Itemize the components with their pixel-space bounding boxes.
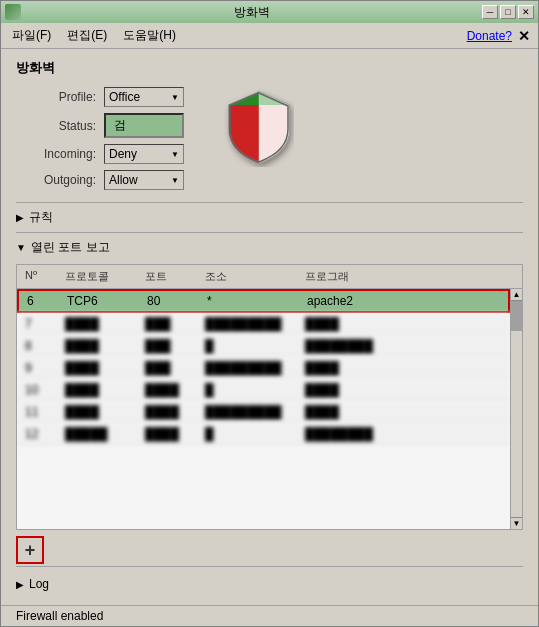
cell-protocol: ████ bbox=[61, 404, 141, 420]
cell-protocol: █████ bbox=[61, 426, 141, 442]
rules-collapse-icon: ▶ bbox=[16, 212, 24, 223]
table-row[interactable]: 12 █████ ████ █ ████████ bbox=[17, 423, 510, 445]
cell-no: 7 bbox=[21, 316, 61, 332]
scroll-track bbox=[511, 301, 522, 517]
add-rule-button[interactable]: + bbox=[16, 536, 44, 564]
outgoing-dropdown[interactable]: Allow ▼ bbox=[104, 170, 184, 190]
menu-items: 파일(F) 편집(E) 도움말(H) bbox=[9, 26, 179, 45]
table-header: Nº 프로토콜 포트 조소 프로그래 bbox=[17, 265, 522, 289]
cell-no: 6 bbox=[23, 293, 63, 309]
profile-value: Office bbox=[109, 90, 140, 104]
cell-port: ███ bbox=[141, 360, 201, 376]
status-toggle[interactable]: 검 bbox=[104, 113, 184, 138]
cell-program: ████ bbox=[301, 382, 506, 398]
outgoing-arrow-icon: ▼ bbox=[171, 176, 179, 185]
cell-no: 9 bbox=[21, 360, 61, 376]
cell-no: 11 bbox=[21, 404, 61, 420]
shield-icon bbox=[224, 87, 294, 167]
profile-dropdown[interactable]: Office ▼ bbox=[104, 87, 184, 107]
ports-table: Nº 프로토콜 포트 조소 프로그래 6 TCP6 80 * apache2 bbox=[16, 264, 523, 530]
menu-file[interactable]: 파일(F) bbox=[9, 26, 54, 45]
col-header-protocol: 프로토콜 bbox=[61, 267, 141, 286]
cell-program: ████ bbox=[301, 404, 506, 420]
rules-label: 규칙 bbox=[29, 209, 53, 226]
cell-protocol: ████ bbox=[61, 316, 141, 332]
divider-3 bbox=[16, 566, 523, 567]
log-section-header[interactable]: ▶ Log bbox=[16, 573, 523, 595]
cell-port: ████ bbox=[141, 382, 201, 398]
col-header-program: 프로그래 bbox=[301, 267, 518, 286]
status-bar: Firewall enabled bbox=[1, 605, 538, 626]
cell-no: 12 bbox=[21, 426, 61, 442]
menu-edit[interactable]: 편집(E) bbox=[64, 26, 110, 45]
table-scroll-area: 6 TCP6 80 * apache2 7 ████ ███ █████████… bbox=[17, 289, 522, 529]
incoming-arrow-icon: ▼ bbox=[171, 150, 179, 159]
cell-address: █████████ bbox=[201, 316, 301, 332]
shield-container bbox=[224, 87, 294, 167]
open-ports-section-header[interactable]: ▼ 열린 포트 보고 bbox=[16, 235, 523, 260]
cell-port: ████ bbox=[141, 426, 201, 442]
open-ports-label: 열린 포트 보고 bbox=[31, 239, 110, 256]
cell-port: 80 bbox=[143, 293, 203, 309]
cell-no: 8 bbox=[21, 338, 61, 354]
table-row[interactable]: 6 TCP6 80 * apache2 bbox=[17, 289, 510, 313]
col-header-address: 조소 bbox=[201, 267, 301, 286]
cell-program: ████████ bbox=[301, 338, 506, 354]
menu-close-button[interactable]: ✕ bbox=[518, 28, 530, 44]
profile-arrow-icon: ▼ bbox=[171, 93, 179, 102]
firewall-settings: Profile: Office ▼ Status: 검 Incoming: De… bbox=[16, 87, 523, 190]
menu-help[interactable]: 도움말(H) bbox=[120, 26, 179, 45]
incoming-dropdown[interactable]: Deny ▼ bbox=[104, 144, 184, 164]
content-area: 방화벽 Profile: Office ▼ Status: 검 Incoming… bbox=[1, 49, 538, 605]
title-bar: 방화벽 ─ □ ✕ bbox=[1, 1, 538, 23]
firewall-section-title: 방화벽 bbox=[16, 59, 523, 77]
cell-address: █████████ bbox=[201, 404, 301, 420]
table-row[interactable]: 11 ████ ████ █████████ ████ bbox=[17, 401, 510, 423]
profile-label: Profile: bbox=[16, 90, 96, 104]
status-value: 검 bbox=[114, 117, 126, 134]
cell-program: ████████ bbox=[301, 426, 506, 442]
status-label: Status: bbox=[16, 119, 96, 133]
divider-1 bbox=[16, 202, 523, 203]
log-collapse-icon: ▶ bbox=[16, 579, 24, 590]
close-button[interactable]: ✕ bbox=[518, 5, 534, 19]
divider-2 bbox=[16, 232, 523, 233]
scroll-down-button[interactable]: ▼ bbox=[511, 517, 522, 529]
open-ports-collapse-icon: ▼ bbox=[16, 242, 26, 253]
donate-area: Donate? ✕ bbox=[467, 28, 530, 44]
maximize-button[interactable]: □ bbox=[500, 5, 516, 19]
cell-protocol: TCP6 bbox=[63, 293, 143, 309]
add-button-container: + bbox=[16, 536, 523, 564]
scroll-thumb[interactable] bbox=[511, 301, 522, 331]
table-row[interactable]: 7 ████ ███ █████████ ████ bbox=[17, 313, 510, 335]
vertical-scrollbar[interactable]: ▲ ▼ bbox=[510, 289, 522, 529]
cell-address: █ bbox=[201, 382, 301, 398]
outgoing-label: Outgoing: bbox=[16, 173, 96, 187]
incoming-value: Deny bbox=[109, 147, 137, 161]
cell-program: apache2 bbox=[303, 293, 504, 309]
table-row[interactable]: 8 ████ ███ █ ████████ bbox=[17, 335, 510, 357]
minimize-button[interactable]: ─ bbox=[482, 5, 498, 19]
scroll-up-button[interactable]: ▲ bbox=[511, 289, 522, 301]
menu-bar: 파일(F) 편집(E) 도움말(H) Donate? ✕ bbox=[1, 23, 538, 49]
cell-port: ███ bbox=[141, 338, 201, 354]
status-text: Firewall enabled bbox=[16, 609, 103, 623]
table-row[interactable]: 9 ████ ███ █████████ ████ bbox=[17, 357, 510, 379]
cell-program: ████ bbox=[301, 316, 506, 332]
cell-protocol: ████ bbox=[61, 360, 141, 376]
cell-program: ████ bbox=[301, 360, 506, 376]
col-header-no: Nº bbox=[21, 267, 61, 286]
app-icon bbox=[5, 4, 21, 20]
cell-address: █████████ bbox=[201, 360, 301, 376]
main-window: 방화벽 ─ □ ✕ 파일(F) 편집(E) 도움말(H) Donate? ✕ 방… bbox=[0, 0, 539, 627]
rules-section-header[interactable]: ▶ 규칙 bbox=[16, 205, 523, 230]
col-header-port: 포트 bbox=[141, 267, 201, 286]
donate-link[interactable]: Donate? bbox=[467, 29, 512, 43]
cell-address: █ bbox=[201, 426, 301, 442]
incoming-label: Incoming: bbox=[16, 147, 96, 161]
outgoing-value: Allow bbox=[109, 173, 138, 187]
table-row[interactable]: 10 ████ ████ █ ████ bbox=[17, 379, 510, 401]
cell-no: 10 bbox=[21, 382, 61, 398]
cell-port: ████ bbox=[141, 404, 201, 420]
window-title: 방화벽 bbox=[21, 4, 482, 21]
